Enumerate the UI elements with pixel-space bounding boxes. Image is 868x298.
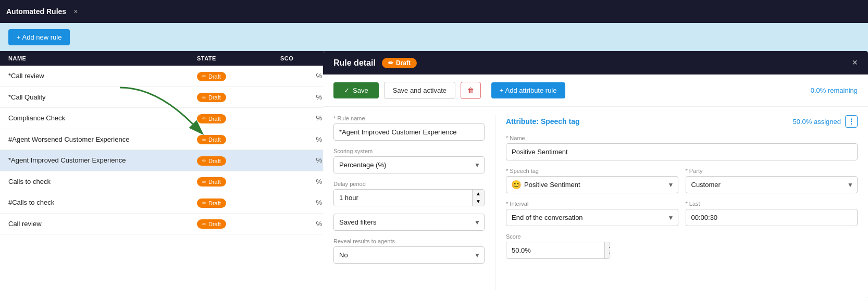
row-score: %	[280, 198, 322, 206]
add-attribute-rule-button[interactable]: + Add attribute rule	[491, 82, 565, 98]
row-name: *Call Quality	[8, 93, 197, 101]
attr-name-label: * Name	[506, 135, 858, 141]
reveal-results-select[interactable]: No	[333, 246, 485, 264]
modal-title: Rule detail ✏ Draft	[333, 58, 417, 68]
interval-field: * Interval End of the conversation ▼	[506, 201, 678, 226]
score-spinbox-buttons: ▲ ▼	[604, 242, 610, 258]
add-rule-button[interactable]: + Add new rule	[8, 29, 70, 45]
assigned-label: 50.0% assigned	[792, 118, 841, 126]
scoring-system-field: Scoring system Percentage (%) ▼	[333, 148, 485, 173]
row-score: %	[280, 93, 322, 101]
attr-name-input[interactable]	[506, 143, 858, 160]
table-header: NAME STATE SCO	[0, 51, 330, 66]
modal-body: * Rule name Scoring system Percentage (%…	[323, 107, 868, 298]
row-name: #Agent Worsened Customer Experience	[8, 135, 197, 143]
delay-period-spinbox: ▲ ▼	[333, 189, 485, 206]
party-select[interactable]: Customer	[686, 176, 858, 193]
row-name: *Agent Improved Customer Experience	[8, 156, 197, 164]
row-name: Compliance Check	[8, 114, 197, 122]
spinbox-up-button[interactable]: ▲	[473, 190, 484, 198]
rule-name-label: * Rule name	[333, 115, 485, 121]
row-score: %	[280, 156, 322, 164]
last-input[interactable]	[686, 209, 858, 226]
col-score: SCO	[280, 55, 322, 61]
interval-select-wrap: End of the conversation ▼	[506, 209, 678, 226]
score-field: Score ▲ ▼	[506, 233, 610, 259]
spinbox-down-button[interactable]: ▼	[473, 198, 484, 206]
status-badge: ✏ Draft	[197, 93, 226, 102]
status-badge: ✏ Draft	[197, 156, 226, 166]
saved-filters-select-wrap: Saved filters ▼	[333, 214, 485, 231]
table-row[interactable]: *Call review ✏ Draft %	[0, 66, 330, 87]
table-row[interactable]: Call review ✏ Draft %	[0, 214, 330, 235]
speech-tag-select[interactable]: Positive Sentiment	[506, 176, 678, 193]
party-label: * Party	[686, 168, 858, 174]
row-name: *Call review	[8, 72, 197, 80]
status-badge: ✏ Draft	[197, 114, 226, 123]
modal-toolbar: ✓ Save Save and activate 🗑 + Add attribu…	[323, 74, 868, 107]
rule-name-input[interactable]	[333, 123, 485, 141]
draft-badge-label: Draft	[396, 59, 411, 67]
save-button[interactable]: ✓ Save	[333, 82, 379, 98]
info-button[interactable]: ⋮	[845, 115, 858, 128]
row-score: %	[280, 220, 322, 228]
row-score: %	[280, 135, 322, 143]
status-badge: ✏ Draft	[197, 72, 226, 81]
table-row[interactable]: #Agent Worsened Customer Experience ✏ Dr…	[0, 129, 330, 151]
save-activate-button[interactable]: Save and activate	[384, 82, 455, 99]
sub-bar: + Add new rule	[0, 23, 868, 51]
scoring-system-label: Scoring system	[333, 148, 485, 154]
saved-filters-select[interactable]: Saved filters	[333, 214, 485, 231]
modal-header: Rule detail ✏ Draft ×	[323, 51, 868, 74]
table-row[interactable]: #Calls to check ✏ Draft %	[0, 192, 330, 214]
app-close-icon[interactable]: ×	[73, 7, 78, 16]
delay-period-field: Delay period ▲ ▼	[333, 181, 485, 206]
modal-title-text: Rule detail	[333, 58, 376, 68]
rule-name-field: * Rule name	[333, 115, 485, 141]
delay-period-input[interactable]	[334, 190, 472, 206]
right-form: Attribute: Speech tag 50.0% assigned ⋮ *…	[495, 115, 858, 290]
attribute-assigned: 50.0% assigned ⋮	[792, 115, 858, 128]
attribute-title: Attribute: Speech tag	[506, 117, 580, 126]
status-badge: ✏ Draft	[197, 135, 226, 144]
table-row[interactable]: Compliance Check ✏ Draft %	[0, 108, 330, 129]
score-label: Score	[506, 233, 610, 240]
score-down-button[interactable]: ▼	[605, 251, 610, 259]
reveal-results-label: Reveal results to agents	[333, 238, 485, 244]
interval-select[interactable]: End of the conversation	[506, 209, 678, 226]
reveal-results-field: Reveal results to agents No ▼	[333, 238, 485, 264]
scoring-system-select[interactable]: Percentage (%)	[333, 156, 485, 173]
modal-close-icon[interactable]: ×	[852, 57, 858, 68]
row-name: Call review	[8, 220, 197, 228]
main-area: NAME STATE SCO *Call review ✏ Draft % *C…	[0, 51, 868, 298]
saved-filters-field: Saved filters ▼	[333, 214, 485, 231]
save-label: Save	[353, 86, 368, 94]
party-field: * Party Customer ▼	[686, 168, 858, 193]
pencil-icon: ✏	[388, 59, 393, 67]
col-name: NAME	[8, 55, 197, 61]
reveal-results-select-wrap: No ▼	[333, 246, 485, 264]
attribute-header: Attribute: Speech tag 50.0% assigned ⋮	[506, 115, 858, 128]
top-bar: Automated Rules ×	[0, 0, 868, 23]
table-row[interactable]: *Call Quality ✏ Draft %	[0, 87, 330, 108]
score-up-button[interactable]: ▲	[605, 242, 610, 251]
table-row[interactable]: Calls to check ✏ Draft %	[0, 171, 330, 193]
row-name: Calls to check	[8, 178, 197, 185]
score-input[interactable]	[506, 242, 604, 258]
row-name: #Calls to check	[8, 198, 197, 206]
score-spinbox: ▲ ▼	[506, 242, 610, 259]
interval-last-row: * Interval End of the conversation ▼ * L…	[506, 201, 858, 233]
last-label: * Last	[686, 201, 858, 207]
remaining-label: 0.0% remaining	[811, 86, 858, 94]
row-score: %	[280, 114, 322, 122]
delete-button[interactable]: 🗑	[461, 82, 481, 99]
rule-detail-modal: Rule detail ✏ Draft × ✓ Save Save and ac…	[323, 51, 868, 298]
table-row[interactable]: *Agent Improved Customer Experience ✏ Dr…	[0, 150, 330, 171]
scoring-system-select-wrap: Percentage (%) ▼	[333, 156, 485, 173]
status-badge: ✏ Draft	[197, 198, 226, 208]
row-score: %	[280, 72, 322, 80]
status-badge: ✏ Draft	[197, 177, 226, 187]
col-state: STATE	[197, 55, 280, 61]
row-score: %	[280, 178, 322, 185]
speech-tag-select-wrap: 😊 Positive Sentiment ▼	[506, 176, 678, 193]
